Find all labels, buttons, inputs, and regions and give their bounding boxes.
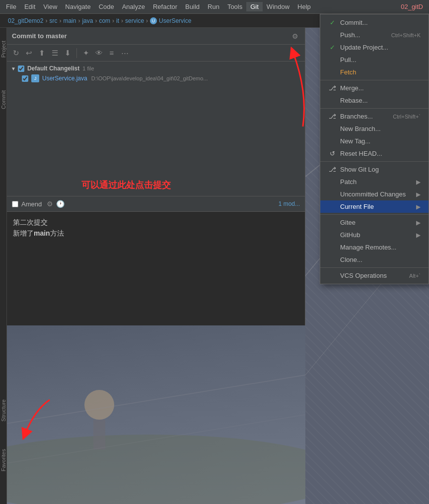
menu-view[interactable]: View (39, 2, 61, 11)
github-arrow-icon: ▶ (416, 232, 421, 239)
breadcrumb-it[interactable]: it (116, 17, 119, 24)
sidebar-tab-commit[interactable]: Commit (0, 87, 7, 112)
vcs-ops-shortcut: Alt+` (409, 273, 421, 279)
commit-check-icon: ✓ (328, 19, 336, 26)
upload-button[interactable]: ⬆ (36, 47, 48, 59)
menu-item-branches[interactable]: ⎇ Branches... Ctrl+Shift+` (320, 110, 429, 123)
commit-panel: Commit to master ⚙ ↻ ↩ ⬆ ☰ ⬇ ✦ 👁 ≡ ⋯ ▼ D… (7, 28, 305, 330)
commit-message-line1: 第二次提交 (13, 217, 299, 228)
changelist-header[interactable]: ▼ Default Changelist 1 file (7, 63, 305, 73)
settings-icon[interactable]: ⚙ (290, 31, 300, 41)
commit-message-line2: 新增了main方法 (13, 228, 299, 239)
git-dropdown-menu: ✓ Commit... Push... Ctrl+Shift+K ✓ Updat… (320, 14, 429, 284)
menu-analyze[interactable]: Analyze (118, 2, 149, 11)
menu-item-clone[interactable]: Clone... (320, 253, 429, 266)
menu-window[interactable]: Window (263, 2, 293, 11)
menu-sep-2 (320, 108, 429, 109)
breadcrumb-file[interactable]: UserService (159, 17, 191, 24)
svg-point-4 (0, 435, 305, 504)
menu-tools[interactable]: Tools (223, 2, 246, 11)
menu-build[interactable]: Build (181, 2, 204, 11)
amend-checkbox[interactable] (12, 201, 18, 207)
file-checkbox[interactable] (22, 75, 28, 82)
menu-sep-1 (320, 80, 429, 80)
commit-message-area[interactable]: 第二次提交 新增了main方法 (7, 212, 305, 330)
breadcrumb-main[interactable]: main (63, 17, 76, 24)
menu-item-vcs-ops[interactable]: VCS Operations Alt+` (320, 269, 429, 282)
menu-item-merge[interactable]: ⎇ Merge... (320, 82, 429, 94)
breadcrumb-java[interactable]: java (82, 17, 93, 24)
commit-panel-header: Commit to master ⚙ (7, 28, 305, 45)
uncommitted-arrow-icon: ▶ (416, 191, 421, 198)
breadcrumb-project[interactable]: 02_gitDemo2 (8, 17, 43, 24)
menu-run[interactable]: Run (204, 2, 223, 11)
menu-item-uncommitted[interactable]: Uncommitted Changes ▶ (320, 188, 429, 200)
filter-button[interactable]: ≡ (106, 47, 118, 59)
file-java-icon: J (31, 74, 39, 82)
menu-item-gitee[interactable]: Gitee ▶ (320, 216, 429, 229)
changelist-checkbox[interactable] (18, 65, 24, 72)
commit-toolbar: ↻ ↩ ⬆ ☰ ⬇ ✦ 👁 ≡ ⋯ (7, 45, 305, 62)
toolbar-separator-1 (76, 48, 77, 58)
svg-rect-6 (93, 420, 105, 449)
menubar-right-text: 02_gitD (401, 3, 427, 10)
menu-item-new-branch[interactable]: New Branch... (320, 123, 429, 135)
merge-icon: ⎇ (328, 84, 336, 92)
file-path: D:\OOP\java\develop_idea\04_git\02_gitDe… (91, 75, 208, 81)
menu-item-pull[interactable]: Pull... (320, 54, 429, 66)
menu-item-fetch[interactable]: Fetch (320, 66, 429, 78)
menu-edit[interactable]: Edit (20, 2, 39, 11)
list-button[interactable]: ☰ (49, 47, 61, 59)
svg-point-5 (84, 390, 114, 420)
menu-item-push[interactable]: Push... Ctrl+Shift+K (320, 29, 429, 41)
menu-item-github[interactable]: GitHub ▶ (320, 229, 429, 241)
changelist-arrow-icon: ▼ (11, 66, 16, 71)
more-button[interactable]: ⋯ (119, 47, 131, 59)
update-check-icon: ✓ (328, 44, 336, 51)
file-item[interactable]: J UserService.java D:\OOP\java\develop_i… (7, 73, 305, 83)
menu-item-commit[interactable]: ✓ Commit... (320, 16, 429, 29)
menu-item-update[interactable]: ✓ Update Project... (320, 41, 429, 54)
amend-settings-icon[interactable]: ⚙ (47, 200, 53, 208)
branches-icon: ⎇ (328, 113, 336, 120)
breadcrumb-file-icon: U (150, 17, 157, 24)
file-tree: ▼ Default Changelist 1 file J UserServic… (7, 62, 305, 174)
menu-sep-5 (320, 267, 429, 268)
sidebar-tab-favorites[interactable]: Favorites (0, 446, 7, 474)
header-icons: ⚙ (290, 31, 300, 41)
amend-bar: Amend ⚙ 🕐 1 mod... (7, 196, 305, 212)
menu-refactor[interactable]: Refactor (149, 2, 181, 11)
breadcrumb-com[interactable]: com (99, 17, 110, 24)
file-name: UserService.java (42, 75, 87, 82)
sidebar-tab-structure[interactable]: Structure (0, 396, 7, 425)
menu-item-rebase[interactable]: Rebase... (320, 94, 429, 107)
menu-item-manage-remotes[interactable]: Manage Remotes... (320, 241, 429, 253)
undo-button[interactable]: ↩ (23, 47, 35, 59)
menu-sep-4 (320, 214, 429, 215)
menu-file[interactable]: File (2, 2, 20, 11)
menu-help[interactable]: Help (293, 2, 315, 11)
menu-item-patch[interactable]: Patch ▶ (320, 176, 429, 188)
far-left-sidebar: Project Commit Structure Favorites (0, 28, 7, 504)
view-button[interactable]: 👁 (93, 47, 105, 59)
refresh-button[interactable]: ↻ (10, 47, 22, 59)
menu-item-current-file[interactable]: Current File ▶ (320, 200, 429, 213)
download-button[interactable]: ⬇ (62, 47, 73, 59)
menubar: File Edit View Navigate Code Analyze Ref… (0, 0, 429, 14)
push-shortcut: Ctrl+Shift+K (391, 32, 421, 38)
menu-sep-3 (320, 161, 429, 162)
sidebar-tab-project[interactable]: Project (0, 38, 7, 61)
breadcrumb-src[interactable]: src (49, 17, 57, 24)
amend-label: Amend (21, 200, 42, 208)
breadcrumb-service[interactable]: service (125, 17, 144, 24)
background-illustration-area (0, 325, 305, 504)
menu-item-reset-head[interactable]: ↺ Reset HEAD... (320, 147, 429, 160)
amend-clock-icon[interactable]: 🕐 (56, 200, 65, 208)
menu-navigate[interactable]: Navigate (61, 2, 94, 11)
changelist-count: 1 file (82, 65, 94, 71)
menu-item-new-tag[interactable]: New Tag... (320, 135, 429, 147)
menu-git[interactable]: Git (246, 2, 263, 11)
add-button[interactable]: ✦ (80, 47, 92, 59)
menu-item-show-git-log[interactable]: ⎇ Show Git Log (320, 163, 429, 176)
menu-code[interactable]: Code (95, 2, 118, 11)
